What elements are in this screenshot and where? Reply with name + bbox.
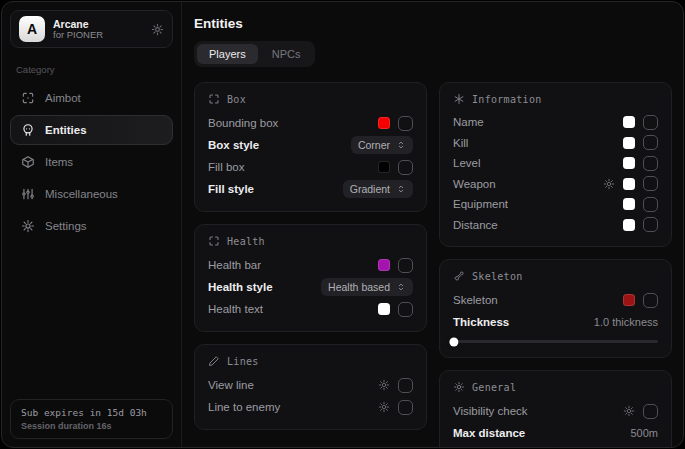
fill-box-checkbox[interactable] — [398, 160, 413, 175]
card-title: Skeleton — [472, 271, 523, 282]
crosshair-icon — [21, 91, 35, 105]
card-title: Health — [227, 236, 265, 247]
pencil-icon — [208, 355, 220, 367]
level-checkbox[interactable] — [643, 156, 658, 171]
row-label: Kill — [453, 137, 468, 149]
sub-expiry-text: Sub expires in 15d 03h — [21, 407, 162, 418]
skeleton-checkbox[interactable] — [643, 293, 658, 308]
health-text-checkbox[interactable] — [398, 302, 413, 317]
row-label: Bounding box — [208, 117, 278, 129]
color-swatch[interactable] — [378, 259, 390, 271]
brand-subtitle: for PIONER — [53, 30, 143, 41]
distance-checkbox[interactable] — [643, 217, 658, 232]
name-checkbox[interactable] — [643, 115, 658, 130]
row-label: Equipment — [453, 198, 508, 210]
bounding-box-row: Bounding box — [208, 112, 413, 134]
box-style-dropdown[interactable]: Corner — [351, 136, 413, 154]
sun-icon — [453, 381, 465, 393]
visibility-check-settings-icon[interactable] — [623, 405, 635, 417]
weapon-row: Weapon — [453, 174, 658, 195]
line-to-enemy-checkbox[interactable] — [398, 400, 413, 415]
kill-checkbox[interactable] — [643, 135, 658, 150]
sidebar-item-settings[interactable]: Settings — [10, 211, 173, 241]
skeleton-row: Skeleton — [453, 289, 658, 311]
color-swatch[interactable] — [378, 303, 390, 315]
brand-card: A Arcane for PIONER — [10, 10, 173, 48]
line-to-enemy-settings-icon[interactable] — [378, 401, 390, 413]
color-swatch[interactable] — [623, 137, 635, 149]
view-line-settings-icon[interactable] — [378, 379, 390, 391]
thickness-slider-handle[interactable] — [449, 337, 458, 346]
session-duration-text: Session duration 16s — [21, 421, 162, 431]
box-style-row: Box style Corner — [208, 134, 413, 156]
row-label: Max distance — [453, 427, 525, 439]
kill-row: Kill — [453, 133, 658, 154]
row-label: Box style — [208, 139, 259, 151]
row-label: Skeleton — [453, 294, 498, 306]
health-text-row: Health text — [208, 298, 413, 320]
app-window: A Arcane for PIONER Category Aimbot — [1, 1, 684, 448]
thickness-slider[interactable] — [453, 337, 658, 346]
brand-logo: A — [19, 16, 45, 42]
row-label: Name — [453, 116, 484, 128]
color-swatch[interactable] — [378, 161, 390, 173]
cube-icon — [21, 155, 35, 169]
color-swatch[interactable] — [623, 219, 635, 231]
chevron-up-down-icon — [396, 140, 406, 150]
health-bar-checkbox[interactable] — [398, 258, 413, 273]
tab-npcs[interactable]: NPCs — [260, 44, 313, 64]
color-swatch[interactable] — [623, 157, 635, 169]
main-content: Entities Players NPCs Box Bounding box — [182, 2, 683, 447]
visibility-check-checkbox[interactable] — [643, 404, 658, 419]
row-label: Level — [453, 157, 481, 169]
color-swatch[interactable] — [623, 116, 635, 128]
equipment-checkbox[interactable] — [643, 197, 658, 212]
fill-style-dropdown[interactable]: Gradient — [343, 180, 413, 198]
card-title: Information — [472, 94, 542, 105]
thickness-value: 1.0 thickness — [594, 316, 658, 328]
page-title: Entities — [194, 16, 672, 31]
view-line-row: View line — [208, 374, 413, 396]
sidebar-item-aimbot[interactable]: Aimbot — [10, 83, 173, 113]
row-label: Health style — [208, 281, 273, 293]
lines-card: Lines View line Line to enemy — [194, 344, 427, 430]
sidebar-item-items[interactable]: Items — [10, 147, 173, 177]
level-row: Level — [453, 153, 658, 174]
row-label: Distance — [453, 219, 498, 231]
sidebar-nav: Aimbot Entities Items Miscellaneous — [10, 83, 173, 241]
sidebar-item-entities[interactable]: Entities — [10, 115, 173, 145]
row-label: Thickness — [453, 316, 509, 328]
fill-style-row: Fill style Gradient — [208, 178, 413, 200]
color-swatch[interactable] — [623, 198, 635, 210]
box-card: Box Bounding box Box style Corner — [194, 82, 427, 212]
card-title: Lines — [227, 356, 259, 367]
bounding-box-checkbox[interactable] — [398, 116, 413, 131]
sidebar-item-miscellaneous[interactable]: Miscellaneous — [10, 179, 173, 209]
max-distance-value: 500m — [630, 427, 658, 439]
information-card: Information Name Kill — [439, 82, 672, 247]
category-label: Category — [16, 64, 173, 75]
color-swatch[interactable] — [623, 178, 635, 190]
row-label: Health text — [208, 303, 263, 315]
entities-icon — [21, 123, 35, 137]
dropdown-value: Health based — [328, 281, 390, 293]
view-line-checkbox[interactable] — [398, 378, 413, 393]
subscription-info-card: Sub expires in 15d 03h Session duration … — [10, 399, 173, 439]
color-swatch[interactable] — [623, 294, 635, 306]
sidebar-item-label: Items — [45, 156, 73, 168]
color-swatch[interactable] — [378, 117, 390, 129]
tab-players[interactable]: Players — [197, 44, 258, 64]
gear-icon — [21, 219, 35, 233]
row-label: Weapon — [453, 178, 496, 190]
row-label: View line — [208, 379, 254, 391]
sidebar-item-label: Aimbot — [45, 92, 81, 104]
sidebar-item-label: Miscellaneous — [45, 188, 118, 200]
health-style-dropdown[interactable]: Health based — [321, 278, 413, 296]
weapon-checkbox[interactable] — [643, 176, 658, 191]
sliders-icon — [21, 187, 35, 201]
brand-settings-icon[interactable] — [151, 23, 164, 36]
weapon-settings-icon[interactable] — [603, 178, 615, 190]
brand-title: Arcane — [53, 18, 143, 30]
thickness-row: Thickness 1.0 thickness — [453, 311, 658, 333]
max-distance-row: Max distance 500m — [453, 422, 658, 444]
